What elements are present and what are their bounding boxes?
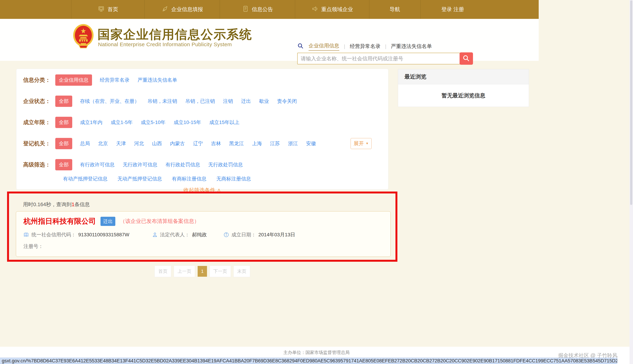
filter-link[interactable]: 浙江 [288,140,298,147]
filter-link[interactable]: 存续（在营、开业、在册） [80,98,139,104]
filter-link[interactable]: 无商标注册信息 [216,176,251,182]
filter-link[interactable]: 成立15年以上 [209,119,240,126]
filter-link[interactable]: 辽宁 [193,140,203,147]
site-subtitle: National Enterprise Credit Information P… [98,42,232,48]
speaker-icon [311,5,318,14]
filter-active-button[interactable]: 全部 [55,96,72,107]
filter-label: 信息分类： [23,76,55,84]
company-name-link[interactable]: 杭州指日科技有限公司 [24,216,96,226]
pagination-first-button[interactable]: 首页 [154,266,171,277]
document-icon [242,5,249,14]
filter-link[interactable]: 总局 [80,140,90,147]
filter-links: 成立1年内成立1-5年成立5-10年成立10-15年成立15年以上 [80,119,240,126]
filter-row-advanced-more: 有动产抵押登记信息无动产抵押登记信息有商标注册信息无商标注册信息 [23,174,381,184]
nav-item-navigation[interactable]: 导航 [369,0,420,19]
recently-viewed-empty-text: 暂无最近浏览信息 [398,84,529,107]
tab-abnormal-operations-list[interactable]: 经营异常名录 [350,43,380,50]
filter-label: 高级筛选： [23,161,55,168]
status-badge: 迁出 [101,217,115,226]
result-card: 杭州指日科技有限公司 迁出 （该企业已发布清算组备案信息） 统一社会信用代码： … [16,211,391,257]
results-summary-prefix: 用时0.164秒，查询到 [23,202,72,207]
results-summary-suffix: 条信息 [75,202,90,207]
filter-link[interactable]: 安徽 [306,140,316,147]
company-fields-row: 统一社会信用代码： 91330110093315887W 法定代表人： 郝纯政 … [24,232,390,238]
browser-status-bar: gsxt.gov.cn/%7BD8D64C37E93E6A412E5533E48… [0,358,617,364]
search-tabs: 企业信用信息 | 经营异常名录 | 严重违法失信名单 [297,42,432,50]
collapse-filters-link[interactable]: 收起筛选条件 ∧ [16,186,388,194]
footer-organizer: 主办单位：国家市场监督管理总局 [0,350,633,355]
nav-item-key-field-enterprises[interactable]: 重点领域企业 [295,0,369,19]
scrollbar-thumb[interactable] [630,0,632,205]
filter-row-advanced: 高级筛选： 全部 有行政许可信息无行政许可信息有行政处罚信息无行政处罚信息 [23,160,381,170]
nav-item-home[interactable]: 首页 [71,0,144,19]
filter-links: 有行政许可信息无行政许可信息有行政处罚信息无行政处罚信息 [80,161,243,168]
person-icon [152,232,158,238]
company-name-row: 杭州指日科技有限公司 迁出 （该企业已发布清算组备案信息） [24,216,390,226]
filter-links: 存续（在营、开业、在册）吊销，未注销吊销，已注销注销迁出歇业责令关闭 [80,98,297,104]
nav-item-label: 企业信息填报 [171,6,203,13]
filter-link[interactable]: 吊销，未注销 [147,98,177,104]
nav-item-label: 信息公告 [252,6,273,13]
filter-link[interactable]: 内蒙古 [170,140,185,147]
field-legal-representative: 法定代表人： 郝纯政 [152,232,224,238]
filter-link[interactable]: 有商标注册信息 [172,176,206,182]
field-label: 法定代表人： [160,232,190,238]
filter-link[interactable]: 北京 [98,140,108,147]
expand-button[interactable]: 展开 ▼ [351,138,372,149]
nav-item-label: 首页 [108,6,118,13]
filter-link[interactable]: 无行政处罚信息 [208,161,243,168]
pagination: 首页 上一页 1 下一页 末页 [16,266,388,277]
filter-link[interactable]: 黑龙江 [229,140,244,147]
filter-link[interactable]: 成立5-10年 [141,119,165,126]
registration-number-label: 注册号： [24,243,390,250]
filter-link[interactable]: 河北 [134,140,144,147]
filter-row-enterprise-status: 企业状态： 全部 存续（在营、开业、在册）吊销，未注销吊销，已注销注销迁出歇业责… [23,96,381,106]
filter-link[interactable]: 成立10-15年 [174,119,201,126]
filter-active-button[interactable]: 全部 [55,138,72,149]
search-button[interactable] [460,52,473,65]
pagination-next-button[interactable]: 下一页 [210,266,231,277]
filter-link[interactable]: 迁出 [241,98,251,104]
filter-active-button[interactable]: 全部 [55,159,72,170]
filter-link[interactable]: 成立1-5年 [111,119,133,126]
results-count: 1 [72,202,75,207]
filter-links: 总局北京天津河北山西内蒙古辽宁吉林黑龙江上海江苏浙江安徽 [80,140,316,147]
filter-link[interactable]: 吉林 [211,140,221,147]
scrollbar-track[interactable] [629,0,633,364]
site-title: 国家企业信用信息公示系统 [98,26,252,43]
filter-link[interactable]: 上海 [252,140,262,147]
pagination-page-1-button[interactable]: 1 [198,266,207,277]
filter-link[interactable]: 歇业 [259,98,269,104]
tab-separator: | [344,44,345,49]
filter-active-button[interactable]: 全部 [55,117,72,128]
filter-link[interactable]: 有动产抵押登记信息 [63,176,108,182]
field-label: 成立日期： [231,232,256,238]
monitor-icon [98,5,105,14]
expand-button-label: 展开 [354,140,364,147]
results-summary: 用时0.164秒，查询到1条信息 [23,201,90,208]
filter-link[interactable]: 注销 [223,98,233,104]
pagination-last-button[interactable]: 末页 [234,266,250,277]
filter-link[interactable]: 责令关闭 [277,98,297,104]
filter-link[interactable]: 天津 [116,140,126,147]
filter-link[interactable]: 无动产抵押登记信息 [117,176,162,182]
filter-link[interactable]: 无行政许可信息 [123,161,157,168]
filter-link[interactable]: 有行政处罚信息 [165,161,200,168]
filter-link[interactable]: 经营异常名录 [100,77,129,84]
filter-link[interactable]: 山西 [152,140,162,147]
filter-link[interactable]: 严重违法失信名单 [138,77,177,84]
search-icon [297,43,304,50]
pagination-prev-button[interactable]: 上一页 [174,266,195,277]
filter-link[interactable]: 江苏 [270,140,280,147]
nav-item-info-notice[interactable]: 信息公告 [220,0,295,19]
tab-enterprise-credit-info[interactable]: 企业信用信息 [309,42,339,50]
filter-link[interactable]: 成立1年内 [80,119,103,126]
filter-label: 成立年限： [23,119,55,126]
filter-active-button[interactable]: 企业信用信息 [55,74,92,86]
search-input[interactable] [297,53,460,64]
filter-link[interactable]: 有行政许可信息 [80,161,115,168]
tab-serious-violation-list[interactable]: 严重违法失信名单 [391,43,432,50]
filter-link[interactable]: 吊销，已注销 [185,98,215,104]
nav-item-enterprise-filing[interactable]: 企业信息填报 [144,0,220,19]
nav-item-login-register[interactable]: 登录 注册 [420,0,539,19]
